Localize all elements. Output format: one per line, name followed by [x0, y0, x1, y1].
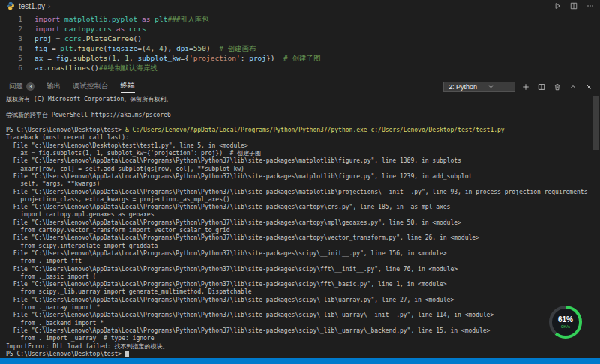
- terminal-line: [6, 119, 594, 127]
- terminal-select-value: 2: Python: [448, 82, 477, 91]
- editor-actions: [552, 1, 596, 11]
- line-number: 2: [0, 24, 22, 34]
- terminal-line: [6, 103, 594, 111]
- terminal-lines: 版权所有 (C) Microsoft Corporation。保留所有权利。 尝…: [6, 96, 594, 358]
- usage-speed: 0K/s: [561, 324, 570, 329]
- split-editor-icon[interactable]: [568, 1, 579, 11]
- line-number: 1: [0, 14, 22, 24]
- terminal-line: from scipy.interpolate import griddata: [6, 243, 594, 250]
- terminal-line: from . import fft: [6, 258, 594, 265]
- split-terminal-icon[interactable]: [536, 82, 547, 92]
- terminal-line: File "C:\Users\Lenovo\AppData\Local\Prog…: [6, 189, 594, 196]
- code-line[interactable]: 3proj = ccrs.PlateCarree(): [0, 34, 600, 43]
- code-line[interactable]: 5ax = fig.subplots(1, 1, subplot_kw={'pr…: [0, 53, 600, 63]
- panel-tab-debug-console[interactable]: 调试控制台: [73, 79, 109, 94]
- kill-terminal-icon[interactable]: [552, 82, 562, 92]
- panel-tab-problems-label: 问题: [9, 82, 23, 91]
- panel-tab-terminal[interactable]: 终端: [121, 79, 135, 94]
- code-line[interactable]: 2import cartopy.crs as ccrs: [0, 24, 600, 34]
- terminal-line: Traceback (most recent call last):: [6, 134, 594, 142]
- run-icon[interactable]: [552, 1, 562, 11]
- terminal-line: projection_class, extra_kwargs = project…: [6, 196, 594, 204]
- status-bar: [0, 358, 600, 364]
- terminal-line: File "C:\Users\Lenovo\AppData\Local\Prog…: [6, 297, 594, 304]
- panel-tab-terminal-label: 终端: [121, 81, 135, 93]
- code-line[interactable]: 1import matplotlib.pyplot as plt###引入库包: [0, 14, 600, 24]
- terminal-line: from ._basic import (: [6, 273, 594, 281]
- panel-tab-debug-console-label: 调试控制台: [73, 82, 109, 91]
- panel-tab-output-label: 输出: [46, 82, 61, 91]
- chevron-right-icon: ›: [48, 2, 50, 10]
- close-panel-icon[interactable]: [584, 82, 594, 92]
- terminal-line: from cartopy.vector_transform import vec…: [6, 227, 594, 234]
- code-editor[interactable]: 1import matplotlib.pyplot as plt###引入库包2…: [0, 12, 600, 79]
- terminal-line: ax = fig.subplots(1, 1, subplot_kw={'pro…: [6, 150, 594, 157]
- terminal-line: from ._uarray import *: [6, 304, 594, 312]
- terminal-line: File "C:\Users\Lenovo\AppData\Local\Prog…: [6, 312, 594, 319]
- terminal-line: 尝试新的跨平台 PowerShell https://aka.ms/pscore…: [6, 112, 594, 119]
- panel-tab-output[interactable]: 输出: [46, 79, 61, 94]
- terminal-line: File "C:\Users\Lenovo\AppData\Local\Prog…: [6, 281, 594, 288]
- terminal-scrollbar[interactable]: [593, 96, 598, 150]
- terminal-line: import cartopy.mpl.geoaxes as geoaxes: [6, 211, 594, 219]
- usage-monitor-widget: 61% 0K/s: [549, 306, 582, 339]
- terminal-line: PS C:\Users\Lenovo\Desktop\test>: [6, 351, 594, 358]
- terminal-line: File "C:\Users\Lenovo\AppData\Local\Prog…: [6, 173, 594, 181]
- terminal-line: File "C:\Users\Lenovo\AppData\Local\Prog…: [6, 250, 594, 258]
- terminal-line: File "C:\Users\Lenovo\AppData\Local\Prog…: [6, 219, 594, 227]
- breadcrumb-file-name[interactable]: test1.py: [19, 2, 45, 10]
- code-lines: 1import matplotlib.pyplot as plt###引入库包2…: [0, 14, 600, 73]
- more-actions-icon[interactable]: [585, 1, 596, 11]
- terminal-line: self, *args, **kwargs): [6, 181, 594, 188]
- line-number: 4: [0, 43, 22, 53]
- chevron-down-icon: [488, 83, 494, 90]
- problems-count-badge: 3: [26, 82, 34, 91]
- maximize-panel-icon[interactable]: [568, 82, 578, 92]
- panel-header: 问题 3 输出 调试控制台 终端 2: Python: [0, 79, 600, 94]
- code-line[interactable]: 6ax.coastlines()##绘制默认海岸线: [0, 63, 600, 73]
- terminal-line: File "C:\Users\Lenovo\AppData\Local\Prog…: [6, 327, 594, 335]
- python-file-icon: [6, 1, 15, 10]
- terminal-select[interactable]: 2: Python: [443, 82, 515, 92]
- line-number: 5: [0, 53, 22, 63]
- terminal-line: File "C:\Users\Lenovo\AppData\Local\Prog…: [6, 157, 594, 165]
- terminal-line: from . import _uarray # type: ignore: [6, 335, 594, 342]
- terminal-area[interactable]: 版权所有 (C) Microsoft Corporation。保留所有权利。 尝…: [0, 94, 600, 358]
- terminal-line: File "C:\Users\Lenovo\AppData\Local\Prog…: [6, 204, 594, 211]
- terminal-line: PS C:\Users\Lenovo\Desktop\test> & C:/Us…: [6, 127, 594, 134]
- terminal-toolbar: 2: Python: [443, 82, 594, 92]
- terminal-line: File "c:\Users\Lenovo\Desktop\test\test1…: [6, 142, 594, 150]
- terminal-line: 版权所有 (C) Microsoft Corporation。保留所有权利。: [6, 96, 594, 103]
- new-terminal-icon[interactable]: [520, 82, 531, 92]
- terminal-line: File "C:\Users\Lenovo\AppData\Local\Prog…: [6, 266, 594, 273]
- terminal-line: ImportError: DLL load failed: 找不到指定的模块。: [6, 343, 594, 351]
- usage-ring: 61% 0K/s: [549, 306, 582, 339]
- vscode-window: test1.py › 1import matplotlib.pyplot as …: [0, 0, 600, 364]
- terminal-line: File "C:\Users\Lenovo\AppData\Local\Prog…: [6, 234, 594, 242]
- terminal-line: axarr[row, col] = self.add_subplot(gs[ro…: [6, 166, 594, 173]
- line-number: 6: [0, 63, 22, 73]
- panel-tab-problems[interactable]: 问题 3: [9, 79, 34, 94]
- terminal-line: from scipy._lib.uarray import generate_m…: [6, 288, 594, 296]
- terminal-cursor: [125, 351, 129, 357]
- usage-percent: 61%: [558, 315, 573, 324]
- code-line[interactable]: 4fig = plt.figure(figsize=(4, 4), dpi=55…: [0, 43, 600, 53]
- line-number: 3: [0, 34, 22, 43]
- editor-header: test1.py ›: [0, 0, 600, 12]
- terminal-line: from ._backend import *: [6, 320, 594, 327]
